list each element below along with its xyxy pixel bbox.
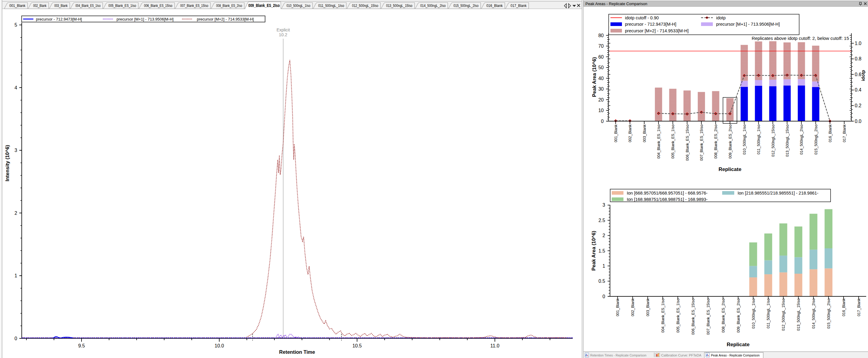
svg-text:Calibration Curve: PFTeDA: Calibration Curve: PFTeDA (661, 354, 701, 357)
svg-text:Intensity (10^6): Intensity (10^6) (4, 145, 10, 182)
svg-text:idotp: idotp (861, 70, 866, 81)
svg-text:002_Blank: 002_Blank (628, 124, 632, 142)
svg-text:004_Blank_ES_1Iso: 004_Blank_ES_1Iso (661, 298, 665, 333)
svg-text:3: 3 (602, 202, 605, 208)
svg-text:30: 30 (598, 86, 604, 92)
svg-text:012_500ngL_15Iso: 012_500ngL_15Iso (352, 4, 378, 8)
svg-text:Peak Areas - Replicate Compari: Peak Areas - Replicate Comparison (585, 1, 647, 6)
svg-text:Retention Time: Retention Time (279, 349, 315, 355)
svg-text:017_Blank: 017_Blank (510, 4, 527, 8)
svg-text:003_Blank: 003_Blank (54, 4, 68, 8)
svg-text:0.5: 0.5 (598, 278, 605, 284)
svg-text:010_500ngL_1Iso: 010_500ngL_1Iso (751, 298, 756, 329)
svg-text:005_Blank_ES_1Iso: 005_Blank_ES_1Iso (671, 124, 675, 159)
svg-text:007_Blank_ES_15Iso: 007_Blank_ES_15Iso (180, 4, 208, 8)
svg-text:Ion [168.988751/168.988751] -: Ion [168.988751/168.988751] - 168.9893- (627, 197, 708, 202)
svg-text:Peak Area (10^6): Peak Area (10^6) (591, 231, 596, 271)
svg-text:001_Blank: 001_Blank (614, 124, 618, 142)
svg-text:014_500ngL_2Iso: 014_500ngL_2Iso (420, 4, 445, 8)
svg-text:001_Blank: 001_Blank (616, 298, 620, 316)
svg-text:Replicate: Replicate (727, 342, 750, 348)
svg-text:50: 50 (598, 65, 604, 70)
svg-text:4: 4 (14, 85, 17, 90)
svg-text:precursor - 712.9473[M-H]: precursor - 712.9473[M-H] (625, 22, 676, 27)
svg-text:017_Blank: 017_Blank (857, 298, 861, 316)
svg-text:precursor [M+2] - 714.9533[M-H: precursor [M+2] - 714.9533[M-H] (197, 17, 254, 22)
svg-text:003_Blank: 003_Blank (646, 298, 650, 316)
svg-text:014_500ngL_2Iso: 014_500ngL_2Iso (800, 124, 804, 155)
svg-text:10.5: 10.5 (352, 343, 362, 348)
svg-text:70: 70 (598, 43, 604, 49)
svg-text:60: 60 (598, 54, 604, 60)
svg-text:0: 0 (602, 294, 605, 299)
svg-text:007_Blank_ES_15Iso: 007_Blank_ES_15Iso (700, 124, 704, 161)
svg-text:006_Blank_ES_15Iso: 006_Blank_ES_15Iso (144, 4, 173, 8)
svg-text:0.0: 0.0 (855, 119, 861, 124)
svg-text:Ion [668.957051/668.957051] -: Ion [668.957051/668.957051] - 668.9576- (627, 191, 708, 196)
svg-text:001_Blank: 001_Blank (9, 4, 26, 8)
svg-text:idotp: idotp (716, 16, 725, 20)
svg-text:011_500ngL_1Iso: 011_500ngL_1Iso (318, 4, 344, 8)
svg-text:006_Blank_ES_15Iso: 006_Blank_ES_15Iso (685, 124, 689, 161)
svg-text:016_Blank: 016_Blank (828, 124, 832, 142)
svg-text:012_500ngL_15Iso: 012_500ngL_15Iso (771, 124, 775, 157)
svg-text:008_Blank_ES_2Iso: 008_Blank_ES_2Iso (216, 4, 242, 8)
svg-text:precursor - 712.9473[M-H]: precursor - 712.9473[M-H] (36, 17, 82, 22)
svg-text:precursor [M+1] - 713.9506[M-H: precursor [M+1] - 713.9506[M-H] (117, 17, 174, 22)
svg-text:Peak Areas - Replicate Compari: Peak Areas - Replicate Comparison (711, 354, 760, 357)
svg-text:009_Blank_ES_2Iso: 009_Blank_ES_2Iso (728, 124, 733, 159)
svg-text:2: 2 (602, 233, 605, 238)
svg-text:010_500ngL_1Iso: 010_500ngL_1Iso (286, 4, 310, 8)
svg-text:004_Blank_ES_1Iso: 004_Blank_ES_1Iso (75, 4, 100, 8)
svg-text:1: 1 (602, 263, 605, 269)
svg-text:011_500ngL_1Iso: 011_500ngL_1Iso (756, 124, 761, 154)
svg-text:5: 5 (14, 22, 17, 28)
svg-text:007_Blank_ES_15Iso: 007_Blank_ES_15Iso (706, 298, 710, 335)
svg-text:009_Blank_ES_2Iso: 009_Blank_ES_2Iso (248, 3, 280, 8)
svg-text:Retention Times - Replicate Co: Retention Times - Replicate Comparison (590, 354, 646, 357)
svg-text:014_500ngL_2Iso: 014_500ngL_2Iso (811, 298, 816, 329)
svg-text:0: 0 (601, 119, 604, 124)
svg-text:precursor [M+1] - 713.9506[M-H: precursor [M+1] - 713.9506[M-H] (716, 22, 780, 27)
svg-text:003_Blank: 003_Blank (643, 124, 647, 142)
svg-text:Replicates above idotp cutoff:: Replicates above idotp cutoff: 2, below … (752, 36, 849, 41)
svg-text:002_Blank: 002_Blank (631, 298, 635, 316)
svg-text:10.2: 10.2 (279, 32, 287, 37)
svg-text:013_500ngL_15Iso: 013_500ngL_15Iso (386, 4, 412, 8)
svg-text:008_Blank_ES_2Iso: 008_Blank_ES_2Iso (714, 124, 718, 159)
svg-text:0.8: 0.8 (855, 56, 861, 61)
svg-text:005_Blank_ES_1Iso: 005_Blank_ES_1Iso (676, 298, 680, 333)
svg-text:idotp cutoff - 0.90: idotp cutoff - 0.90 (625, 16, 659, 20)
svg-text:precursor [M+2] - 714.9533[M-H: precursor [M+2] - 714.9533[M-H] (625, 28, 689, 33)
svg-text:Replicate: Replicate (718, 167, 742, 172)
svg-text:004_Blank_ES_1Iso: 004_Blank_ES_1Iso (657, 124, 661, 159)
svg-text:9.5: 9.5 (78, 343, 85, 348)
svg-text:Ion [218.985551/218.985551] -: Ion [218.985551/218.985551] - 218.9861- (738, 191, 818, 196)
svg-text:2.5: 2.5 (598, 218, 605, 223)
svg-text:016_Blank: 016_Blank (486, 4, 503, 8)
svg-text:11.0: 11.0 (490, 343, 499, 348)
svg-text:1.5: 1.5 (598, 248, 605, 253)
svg-text:2: 2 (14, 211, 17, 216)
svg-text:Peak Area (10^6): Peak Area (10^6) (591, 57, 597, 97)
svg-text:012_500ngL_15Iso: 012_500ngL_15Iso (781, 298, 785, 331)
svg-text:0.2: 0.2 (855, 103, 861, 108)
svg-text:008_Blank_ES_2Iso: 008_Blank_ES_2Iso (721, 298, 725, 333)
svg-text:1: 1 (14, 273, 17, 278)
svg-text:009_Blank_ES_2Iso: 009_Blank_ES_2Iso (736, 298, 741, 333)
svg-text:10: 10 (598, 108, 604, 113)
svg-text:011_500ngL_1Iso: 011_500ngL_1Iso (766, 298, 771, 328)
svg-text:3: 3 (14, 148, 17, 153)
svg-text:002_Blank: 002_Blank (33, 4, 47, 8)
svg-text:0: 0 (14, 336, 17, 341)
svg-text:20: 20 (598, 97, 604, 102)
svg-text:015_500ngL_2Iso: 015_500ngL_2Iso (454, 4, 478, 8)
svg-text:10.0: 10.0 (215, 343, 224, 348)
svg-text:006_Blank_ES_15Iso: 006_Blank_ES_15Iso (691, 298, 695, 335)
svg-text:016_Blank: 016_Blank (842, 298, 846, 316)
svg-text:Explicit: Explicit (277, 28, 290, 32)
svg-text:80: 80 (598, 33, 604, 38)
svg-text:005_Blank_ES_1Iso: 005_Blank_ES_1Iso (108, 4, 136, 8)
svg-text:013_500ngL_15Iso: 013_500ngL_15Iso (785, 124, 789, 157)
svg-text:40: 40 (598, 76, 604, 81)
